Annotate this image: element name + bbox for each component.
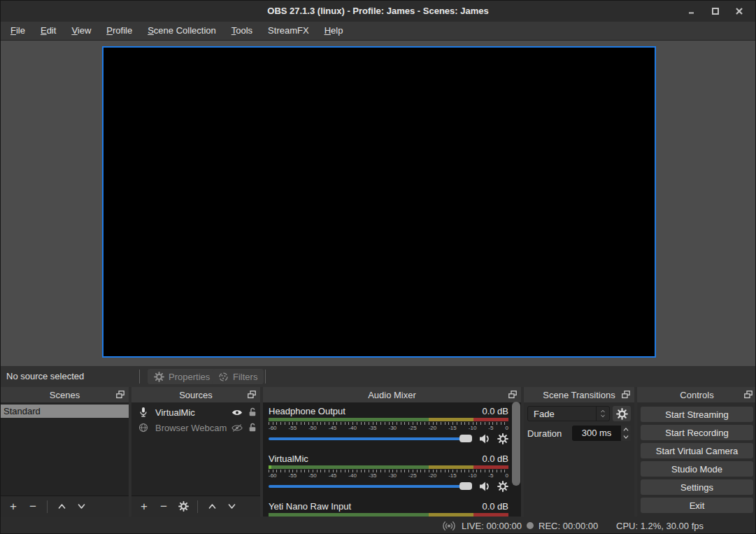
- channel-level-db: 0.0 dB: [482, 501, 508, 512]
- program-preview-canvas[interactable]: [102, 46, 656, 358]
- duration-spinbox[interactable]: 300 ms: [572, 426, 631, 441]
- scene-transitions-content: Fade Duration 300 ms: [524, 402, 634, 517]
- start-recording-button[interactable]: Start Recording: [641, 425, 753, 440]
- duration-decrement-button[interactable]: [621, 434, 631, 442]
- channel-settings-gear-icon[interactable]: [497, 481, 508, 492]
- cpu-fps-text: CPU: 1.2%, 30.00 fps: [616, 521, 704, 531]
- dock-area: Scenes Standard + − Sources: [1, 387, 755, 517]
- scene-item-standard[interactable]: Standard: [1, 405, 129, 418]
- popout-dock-icon: [743, 389, 754, 400]
- start-streaming-button[interactable]: Start Streaming: [641, 407, 753, 422]
- record-dot-icon: [527, 522, 534, 529]
- controls-panel: Controls Start Streaming Start Recording…: [637, 387, 756, 517]
- add-scene-button[interactable]: +: [5, 498, 22, 515]
- close-button[interactable]: [727, 1, 751, 22]
- source-selection-status: No source selected: [6, 366, 84, 387]
- remove-source-button[interactable]: −: [155, 498, 172, 515]
- visibility-eye-icon[interactable]: [231, 409, 243, 416]
- menu-profile[interactable]: Profile: [99, 22, 140, 40]
- rec-timer: REC: 00:00:00: [539, 521, 598, 531]
- meter-scale: -60-55-50-45-40-35-30-25-20-15-10-50: [269, 472, 508, 479]
- menu-scene-collection[interactable]: Scene Collection: [140, 22, 224, 40]
- menu-file[interactable]: File: [3, 22, 33, 40]
- menu-view[interactable]: View: [64, 22, 99, 40]
- controls-header: Controls: [637, 387, 756, 402]
- popout-dock-icon: [620, 389, 632, 400]
- filters-icon: [218, 372, 229, 382]
- audio-mixer-panel: Audio Mixer Headphone Output 0.0 dB -60-…: [263, 387, 521, 517]
- lock-open-icon[interactable]: [248, 407, 257, 417]
- menu-tools[interactable]: Tools: [224, 22, 260, 40]
- channel-level-db: 0.0 dB: [482, 454, 508, 465]
- source-item-virtualmic[interactable]: VirtualMic: [131, 405, 260, 420]
- toolbar-separator: [197, 500, 198, 513]
- studio-mode-button[interactable]: Studio Mode: [641, 461, 753, 477]
- maximize-button[interactable]: [704, 1, 727, 22]
- toolbar-separator: [47, 500, 48, 513]
- mixer-channel-yeti-nano: Yeti Nano Raw Input 0.0 dB -60-55-50-45-…: [269, 501, 508, 517]
- source-item-browser-webcam[interactable]: Browser Webcam: [131, 420, 260, 435]
- menu-streamfx[interactable]: StreamFX: [260, 22, 317, 40]
- duration-value[interactable]: 300 ms: [572, 426, 621, 441]
- source-name: VirtualMic: [155, 407, 231, 418]
- move-source-up-button[interactable]: [204, 498, 220, 515]
- meter-scale: -60-55-50-45-40-35-30-25-20-15-10-50: [269, 425, 508, 431]
- menu-help[interactable]: Help: [317, 22, 351, 40]
- toolbar-separator: [265, 370, 266, 384]
- start-virtual-camera-button[interactable]: Start Virtual Camera: [641, 443, 753, 458]
- source-name: Browser Webcam: [155, 423, 231, 433]
- source-properties-gear-icon[interactable]: [175, 498, 192, 515]
- combo-updown-icon: [596, 407, 609, 421]
- exit-button[interactable]: Exit: [641, 498, 753, 513]
- status-bar: LIVE: 00:00:00 REC: 00:00:00 CPU: 1.2%, …: [1, 517, 755, 534]
- mixer-scrollbar[interactable]: [512, 402, 520, 486]
- channel-settings-gear-icon[interactable]: [497, 433, 508, 444]
- sources-panel-header: Sources: [131, 387, 260, 402]
- add-source-button[interactable]: +: [136, 498, 152, 515]
- source-toolbar: No source selected Properties Filters: [1, 366, 755, 387]
- meter-lit-segment: [269, 465, 271, 469]
- move-scene-up-button[interactable]: [53, 498, 70, 515]
- volume-slider-handle[interactable]: [459, 435, 472, 442]
- window-title: OBS 27.1.3 (linux) - Profile: James - Sc…: [1, 1, 755, 22]
- menu-edit[interactable]: Edit: [33, 22, 64, 40]
- controls-content: Start Streaming Start Recording Start Vi…: [637, 402, 756, 517]
- titlebar: OBS 27.1.3 (linux) - Profile: James - Sc…: [1, 1, 755, 22]
- duration-increment-button[interactable]: [621, 426, 631, 433]
- speaker-mute-icon[interactable]: [478, 481, 491, 492]
- audio-mixer-content: Headphone Output 0.0 dB -60-55-50-45-40-…: [263, 402, 521, 517]
- rec-status: REC: 00:00:00: [527, 517, 598, 534]
- obs-main-window: OBS 27.1.3 (linux) - Profile: James - Sc…: [0, 0, 756, 534]
- channel-name: Headphone Output: [269, 406, 345, 417]
- move-source-down-button[interactable]: [223, 498, 240, 515]
- audio-mixer-header: Audio Mixer: [263, 387, 521, 402]
- live-status: LIVE: 00:00:00: [441, 517, 522, 534]
- remove-scene-button[interactable]: −: [24, 498, 41, 515]
- settings-button[interactable]: Settings: [641, 479, 753, 495]
- lock-open-icon[interactable]: [248, 423, 257, 433]
- transition-select[interactable]: Fade: [527, 406, 610, 421]
- volume-slider-handle[interactable]: [459, 482, 472, 490]
- scene-transitions-title: Scene Transitions: [543, 390, 615, 400]
- sources-list: VirtualMic Browser Webcam: [131, 402, 260, 496]
- filters-button[interactable]: Filters: [212, 369, 264, 384]
- properties-button-label: Properties: [169, 372, 210, 382]
- move-scene-down-button[interactable]: [73, 498, 90, 515]
- filters-button-label: Filters: [233, 372, 257, 382]
- channel-name: Yeti Nano Raw Input: [269, 501, 351, 512]
- scene-transitions-panel: Scene Transitions Fade: [524, 387, 634, 517]
- live-timer: LIVE: 00:00:00: [462, 521, 522, 531]
- channel-level-db: 0.0 dB: [482, 406, 508, 417]
- volume-slider[interactable]: [269, 485, 472, 488]
- duration-label: Duration: [527, 428, 562, 439]
- sources-panel: Sources VirtualMic Browser Webcam: [131, 387, 260, 517]
- transition-properties-gear-icon[interactable]: [613, 406, 631, 421]
- volume-meter: [269, 418, 508, 421]
- minimize-button[interactable]: [680, 1, 704, 22]
- visibility-eye-off-icon[interactable]: [231, 424, 243, 432]
- menu-bar: File Edit View Profile Scene Collection …: [1, 22, 755, 41]
- volume-slider[interactable]: [269, 437, 472, 440]
- scenes-panel-header: Scenes: [1, 387, 129, 402]
- speaker-mute-icon[interactable]: [478, 433, 491, 444]
- properties-button[interactable]: Properties: [148, 369, 216, 384]
